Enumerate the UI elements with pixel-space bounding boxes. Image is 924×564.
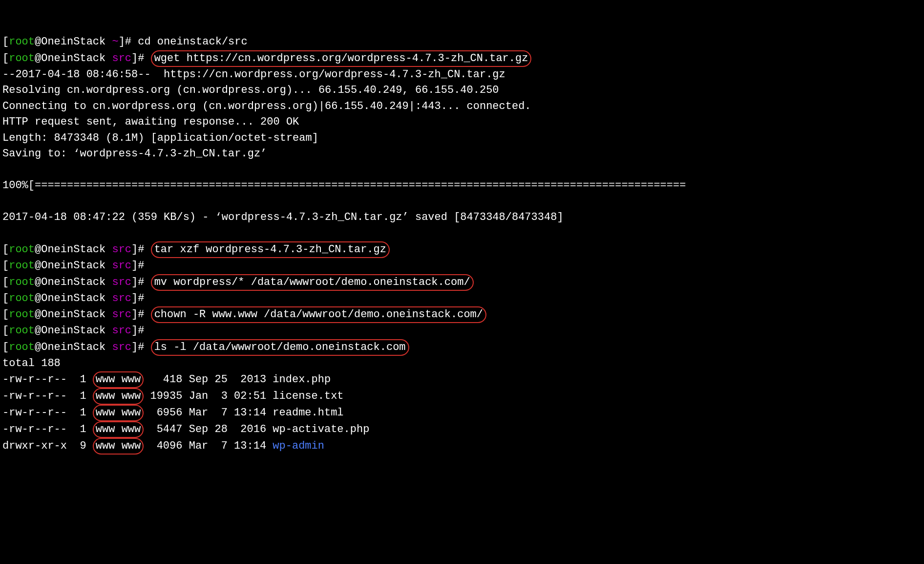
- prompt-dir: ~: [112, 36, 118, 48]
- file-name: index.php: [273, 373, 331, 386]
- cmd-cd[interactable]: cd oneinstack/src: [138, 36, 247, 48]
- prompt-host: OneinStack: [41, 36, 105, 48]
- terminal-line: [root@OneinStack src]# wget https://cn.w…: [2, 52, 531, 65]
- file-name: wp-admin: [273, 440, 324, 452]
- file-date: Mar 7 13:14: [189, 440, 266, 452]
- file-name: wp-activate.php: [273, 423, 369, 435]
- file-size: 6956: [150, 407, 182, 419]
- wget-progress: 100%[===================================…: [2, 179, 686, 192]
- cmd-wget[interactable]: wget https://cn.wordpress.org/wordpress-…: [151, 50, 532, 67]
- wget-saving: Saving to: ‘wordpress-4.7.3-zh_CN.tar.gz…: [2, 148, 267, 160]
- links: 1: [80, 423, 86, 435]
- owner-group: www www: [93, 438, 144, 455]
- table-row: -rw-r--r-- 1 www www 5447 Sep 28 2016 wp…: [2, 423, 369, 435]
- ls-listing: -rw-r--r-- 1 www www 418 Sep 25 2013 ind…: [2, 373, 369, 452]
- wget-connect: Connecting to cn.wordpress.org (cn.wordp…: [2, 100, 531, 112]
- owner-group: www www: [93, 405, 144, 421]
- file-size: 418: [150, 373, 182, 386]
- wget-resolve: Resolving cn.wordpress.org (cn.wordpress…: [2, 84, 499, 96]
- file-date: Sep 28 2016: [189, 423, 266, 435]
- links: 1: [80, 407, 86, 419]
- ls-total: total 188: [2, 357, 61, 369]
- owner-group: www www: [93, 371, 144, 388]
- file-date: Mar 7 13:14: [189, 407, 266, 419]
- perm: drwxr-xr-x: [2, 440, 67, 452]
- file-size: 19935: [150, 390, 182, 402]
- terminal-line: [root@OneinStack src]# chown -R www.www …: [2, 308, 486, 321]
- terminal-line: [root@OneinStack src]#: [2, 325, 151, 337]
- table-row: -rw-r--r-- 1 www www 418 Sep 25 2013 ind…: [2, 373, 331, 386]
- owner-group: www www: [93, 421, 144, 438]
- cmd-tar[interactable]: tar xzf wordpress-4.7.3-zh_CN.tar.gz: [151, 241, 390, 258]
- file-date: Jan 3 02:51: [189, 390, 266, 402]
- file-size: 5447: [150, 423, 182, 435]
- links: 1: [80, 390, 86, 402]
- perm: -rw-r--r--: [2, 423, 67, 435]
- perm: -rw-r--r--: [2, 373, 67, 386]
- terminal-line: [root@OneinStack src]#: [2, 292, 151, 304]
- terminal-line: [root@OneinStack src]# tar xzf wordpress…: [2, 243, 390, 256]
- wget-http: HTTP request sent, awaiting response... …: [2, 116, 299, 128]
- owner-group: www www: [93, 388, 144, 405]
- links: 9: [80, 440, 86, 452]
- table-row: -rw-r--r-- 1 www www 19935 Jan 3 02:51 l…: [2, 390, 344, 402]
- wget-length: Length: 8473348 (8.1M) [application/octe…: [2, 132, 318, 144]
- links: 1: [80, 373, 86, 386]
- file-name: readme.html: [273, 407, 343, 419]
- file-date: Sep 25 2013: [189, 373, 266, 386]
- terminal-line: [root@OneinStack src]#: [2, 260, 151, 272]
- wget-done: 2017-04-18 08:47:22 (359 KB/s) - ‘wordpr…: [2, 211, 564, 223]
- terminal-line: [root@OneinStack src]# mv wordpress/* /d…: [2, 276, 474, 288]
- prompt-user: root: [9, 36, 35, 48]
- cmd-mv[interactable]: mv wordpress/* /data/wwwroot/demo.oneins…: [151, 274, 474, 291]
- table-row: -rw-r--r-- 1 www www 6956 Mar 7 13:14 re…: [2, 407, 344, 419]
- perm: -rw-r--r--: [2, 390, 67, 402]
- wget-time: --2017-04-18 08:46:58-- https://cn.wordp…: [2, 68, 505, 81]
- perm: -rw-r--r--: [2, 407, 67, 419]
- cmd-chown[interactable]: chown -R www.www /data/wwwroot/demo.onei…: [151, 306, 486, 323]
- terminal-line: [root@OneinStack src]# ls -l /data/wwwro…: [2, 341, 409, 353]
- table-row: drwxr-xr-x 9 www www 4096 Mar 7 13:14 wp…: [2, 440, 324, 452]
- cmd-ls[interactable]: ls -l /data/wwwroot/demo.oneinstack.com: [151, 339, 409, 356]
- file-name: license.txt: [273, 390, 343, 402]
- terminal-line: [root@OneinStack ~]# cd oneinstack/src: [2, 36, 248, 48]
- file-size: 4096: [150, 440, 182, 452]
